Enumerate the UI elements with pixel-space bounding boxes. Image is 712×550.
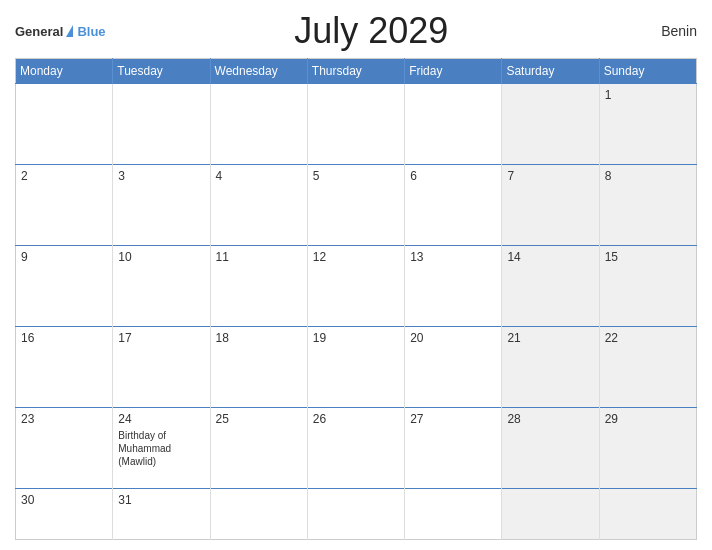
- calendar-cell: 25: [210, 408, 307, 489]
- calendar-cell: 19: [307, 327, 404, 408]
- day-number: 21: [507, 331, 593, 345]
- calendar-week-row: 16171819202122: [16, 327, 697, 408]
- calendar-cell: [16, 84, 113, 165]
- day-number: 5: [313, 169, 399, 183]
- calendar-week-row: 3031: [16, 489, 697, 540]
- calendar-cell: 14: [502, 246, 599, 327]
- logo: General Blue: [15, 22, 106, 40]
- calendar-cell: [210, 84, 307, 165]
- day-number: 15: [605, 250, 691, 264]
- calendar-cell: 10: [113, 246, 210, 327]
- calendar-title: July 2029: [106, 10, 637, 52]
- calendar-cell: 31: [113, 489, 210, 540]
- calendar-cell: [405, 489, 502, 540]
- calendar-cell: [307, 84, 404, 165]
- calendar-cell: [599, 489, 696, 540]
- calendar-table: Monday Tuesday Wednesday Thursday Friday…: [15, 58, 697, 540]
- logo-blue: Blue: [77, 24, 105, 39]
- day-number: 11: [216, 250, 302, 264]
- day-number: 9: [21, 250, 107, 264]
- day-number: 8: [605, 169, 691, 183]
- calendar-cell: 18: [210, 327, 307, 408]
- day-number: 10: [118, 250, 204, 264]
- calendar-cell: 12: [307, 246, 404, 327]
- calendar-cell: 20: [405, 327, 502, 408]
- calendar-cell: 30: [16, 489, 113, 540]
- day-number: 28: [507, 412, 593, 426]
- calendar-cell: [307, 489, 404, 540]
- calendar-cell: 2: [16, 165, 113, 246]
- calendar-cell: 21: [502, 327, 599, 408]
- day-number: 30: [21, 493, 107, 507]
- calendar-cell: 15: [599, 246, 696, 327]
- calendar-cell: 17: [113, 327, 210, 408]
- calendar-cell: [502, 489, 599, 540]
- day-number: 31: [118, 493, 204, 507]
- calendar-cell: [502, 84, 599, 165]
- calendar-cell: 16: [16, 327, 113, 408]
- calendar-cell: 5: [307, 165, 404, 246]
- calendar-week-row: 2324Birthday of Muhammad (Mawlid)2526272…: [16, 408, 697, 489]
- day-number: 13: [410, 250, 496, 264]
- day-number: 6: [410, 169, 496, 183]
- header-tuesday: Tuesday: [113, 59, 210, 84]
- day-number: 2: [21, 169, 107, 183]
- day-number: 4: [216, 169, 302, 183]
- calendar-cell: 4: [210, 165, 307, 246]
- calendar-cell: [405, 84, 502, 165]
- calendar-cell: 26: [307, 408, 404, 489]
- calendar-cell: 7: [502, 165, 599, 246]
- header-wednesday: Wednesday: [210, 59, 307, 84]
- header-thursday: Thursday: [307, 59, 404, 84]
- calendar-week-row: 2345678: [16, 165, 697, 246]
- calendar-cell: 22: [599, 327, 696, 408]
- calendar-cell: 29: [599, 408, 696, 489]
- day-number: 27: [410, 412, 496, 426]
- header-sunday: Sunday: [599, 59, 696, 84]
- calendar-cell: 1: [599, 84, 696, 165]
- day-number: 12: [313, 250, 399, 264]
- logo-triangle-icon: [66, 25, 73, 37]
- day-number: 18: [216, 331, 302, 345]
- weekday-header-row: Monday Tuesday Wednesday Thursday Friday…: [16, 59, 697, 84]
- calendar-cell: 13: [405, 246, 502, 327]
- calendar-week-row: 1: [16, 84, 697, 165]
- day-number: 1: [605, 88, 691, 102]
- calendar-cell: 23: [16, 408, 113, 489]
- header-monday: Monday: [16, 59, 113, 84]
- calendar-cell: 24Birthday of Muhammad (Mawlid): [113, 408, 210, 489]
- day-number: 24: [118, 412, 204, 426]
- calendar-cell: 3: [113, 165, 210, 246]
- calendar-cell: 8: [599, 165, 696, 246]
- day-number: 26: [313, 412, 399, 426]
- calendar-cell: 6: [405, 165, 502, 246]
- day-number: 16: [21, 331, 107, 345]
- calendar-cell: 11: [210, 246, 307, 327]
- calendar-cell: 9: [16, 246, 113, 327]
- calendar-cell: [210, 489, 307, 540]
- day-number: 17: [118, 331, 204, 345]
- calendar-cell: 27: [405, 408, 502, 489]
- day-number: 23: [21, 412, 107, 426]
- day-number: 3: [118, 169, 204, 183]
- day-number: 19: [313, 331, 399, 345]
- day-number: 20: [410, 331, 496, 345]
- logo-general: General: [15, 24, 63, 39]
- day-number: 25: [216, 412, 302, 426]
- day-number: 7: [507, 169, 593, 183]
- calendar-week-row: 9101112131415: [16, 246, 697, 327]
- day-number: 29: [605, 412, 691, 426]
- header-saturday: Saturday: [502, 59, 599, 84]
- calendar-header: General Blue July 2029 Benin: [15, 10, 697, 52]
- header-friday: Friday: [405, 59, 502, 84]
- event-label: Birthday of Muhammad (Mawlid): [118, 429, 204, 468]
- calendar-cell: 28: [502, 408, 599, 489]
- calendar-page: General Blue July 2029 Benin Monday Tues…: [0, 0, 712, 550]
- day-number: 14: [507, 250, 593, 264]
- calendar-cell: [113, 84, 210, 165]
- country-label: Benin: [637, 23, 697, 39]
- day-number: 22: [605, 331, 691, 345]
